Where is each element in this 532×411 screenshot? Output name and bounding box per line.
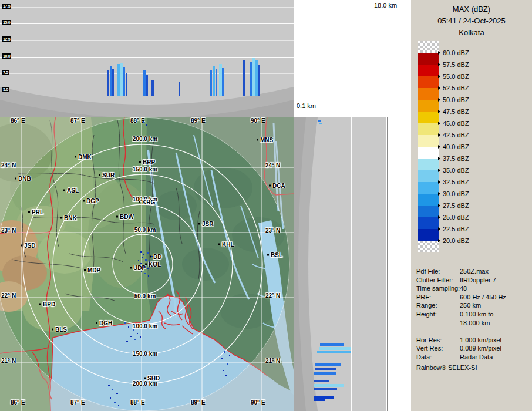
echo-column — [222, 68, 224, 96]
station-marker: DGP — [83, 198, 99, 204]
info-row: Vert Res:0.089 km/pixel — [416, 344, 529, 353]
echo-row — [314, 396, 334, 399]
station-marker: ASL — [63, 187, 79, 194]
legend-header: MAX (dBZ) 05:41 / 24-Oct-2025 Kolkata — [411, 4, 532, 39]
info-label: Height: — [416, 310, 460, 319]
side-projection-panel — [294, 117, 388, 411]
range-ring-label: 50.0 km — [134, 227, 156, 233]
info-label: Pdf File: — [416, 267, 460, 276]
station-dot-icon — [21, 245, 22, 247]
info-value: 0.100 km to — [460, 311, 493, 318]
scale-arrow-icon — [438, 145, 440, 149]
color-scale-row: 42.5 dBZ — [438, 129, 469, 141]
radar-echo — [142, 257, 143, 258]
color-scale-swatch — [418, 229, 439, 241]
latitude-label: 22° N — [265, 292, 280, 299]
info-label: Range: — [416, 301, 460, 310]
echo-column — [213, 66, 215, 96]
station-marker: MDP — [84, 267, 100, 274]
longitude-label: 86° E — [11, 117, 25, 124]
scale-arrow-icon — [438, 169, 440, 172]
station-marker: BSL — [267, 252, 282, 258]
color-scale-row: 40.0 dBZ — [438, 141, 469, 153]
station-label: BSL — [271, 252, 282, 258]
scale-arrow-icon — [438, 122, 440, 125]
scale-arrow-icon — [438, 180, 440, 184]
info-row: Time sampling:48 — [416, 284, 529, 293]
longitude-label: 87° E — [70, 117, 85, 124]
info-value: Radar Data — [460, 353, 493, 361]
station-marker: KOL — [145, 261, 161, 268]
color-scale-row: 27.5 dBZ — [438, 200, 469, 211]
station-label: JSD — [24, 242, 35, 249]
color-scale-swatch — [418, 217, 439, 229]
station-dot-icon — [96, 322, 97, 324]
color-scale-swatch — [418, 65, 439, 76]
echo-column — [243, 60, 245, 96]
color-scale-row: 52.5 dBZ — [438, 82, 469, 94]
station-marker: BDW — [116, 214, 134, 220]
scale-arrow-icon — [438, 75, 440, 78]
latitude-label: 21° N — [265, 358, 280, 364]
scale-value-label: 20.0 dBZ — [443, 237, 469, 244]
radar-echo — [140, 251, 142, 253]
axis-tick-label: 7.5 — [2, 70, 9, 75]
scale-value-label: 60.0 dBZ — [443, 49, 469, 56]
longitude-label: 88° E — [130, 399, 145, 406]
station-label: DMK — [78, 154, 92, 160]
radar-display: 17.5 15.0 12.5 10.0 7.5 5.0 18.0 km 0.1 … — [0, 0, 532, 411]
scale-value-label: 50.0 dBZ — [443, 96, 469, 103]
station-dot-icon — [116, 216, 118, 218]
echo-column — [107, 70, 109, 96]
color-scale-swatch — [418, 135, 439, 147]
station-marker: BLS — [52, 326, 67, 333]
range-ring-label: 100.0 km — [133, 323, 157, 329]
radar-echo — [114, 402, 116, 403]
info-value: 600 Hz / 450 Hz — [460, 294, 506, 301]
range-ring-label: 150.0 km — [133, 351, 157, 357]
height-axis-min-label: 0.1 km — [297, 102, 316, 109]
color-scale-swatch — [418, 41, 439, 53]
station-marker: BPD — [39, 301, 55, 308]
scale-arrow-icon — [438, 192, 440, 196]
axis-tick-label: 15.0 — [2, 20, 11, 25]
radar-echo — [141, 271, 142, 272]
station-dot-icon — [257, 139, 258, 141]
station-marker: JSD — [21, 242, 35, 249]
echo-column — [146, 75, 148, 96]
radar-echo — [140, 263, 142, 264]
echo-row — [320, 343, 344, 346]
scale-arrow-icon — [438, 98, 440, 102]
color-scale-row: 57.5 dBZ — [438, 59, 469, 70]
station-label: JSR — [202, 221, 213, 227]
radar-echo — [124, 322, 126, 324]
radar-echo — [133, 329, 134, 331]
echo-column — [143, 70, 146, 96]
top-projection-background — [0, 0, 294, 117]
echo-column — [210, 70, 212, 96]
station-marker: BNK — [60, 215, 77, 221]
station-label: MDP — [87, 267, 100, 274]
scale-value-label: 42.5 dBZ — [443, 132, 469, 139]
station-label: ASL — [67, 187, 79, 194]
height-axis-max-label: 18.0 km — [374, 2, 397, 9]
legend-panel: MAX (dBZ) 05:41 / 24-Oct-2025 Kolkata 60… — [411, 0, 532, 411]
station-dot-icon — [83, 200, 85, 202]
echo-row — [318, 120, 321, 122]
info-value: 250Z.max — [460, 268, 489, 275]
color-scale-swatch — [418, 159, 439, 170]
axis-tick-label: 5.0 — [2, 87, 9, 92]
station-dot-icon — [139, 161, 141, 163]
scale-arrow-icon — [438, 227, 440, 231]
scale-arrow-icon — [438, 110, 440, 113]
radar-echo — [227, 363, 228, 365]
scale-value-label: 55.0 dBZ — [443, 73, 469, 80]
station-label: SUR — [102, 172, 115, 178]
info-row: Hor Res:1.000 km/pixel — [416, 336, 529, 345]
scale-arrow-icon — [438, 63, 440, 66]
color-scale-swatch — [418, 112, 439, 123]
range-ring-label: 200.0 km — [133, 380, 157, 387]
station-dot-icon — [267, 254, 269, 256]
info-value: IIRDoppler 7 — [460, 277, 496, 284]
echo-row — [314, 399, 325, 401]
